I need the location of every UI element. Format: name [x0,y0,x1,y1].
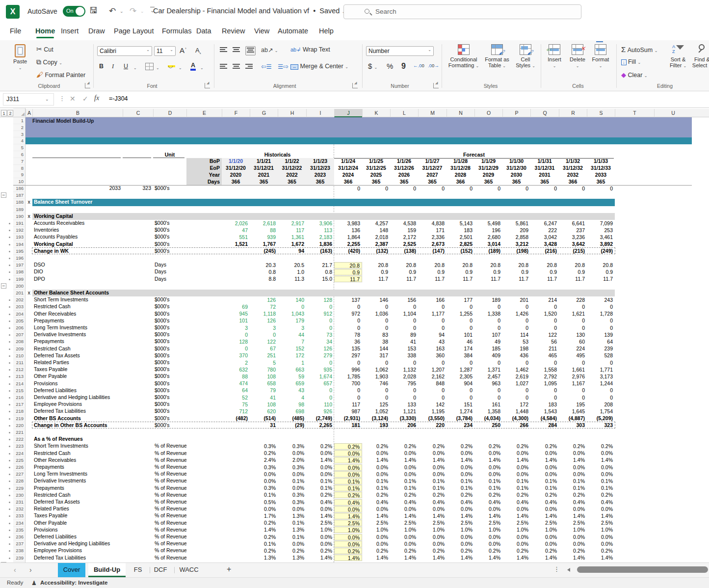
cell-R193[interactable]: 3,236 [559,234,587,241]
cell-F207[interactable]: 0 [222,332,250,339]
cell-G197[interactable]: 20.3 [250,262,278,269]
cell-I205[interactable]: 0 [306,318,334,324]
cell-L216[interactable]: 0 [390,395,418,401]
cell-O227[interactable]: 0.0% [474,471,502,478]
cell-H232[interactable]: 0.0% [278,506,306,513]
cell-O225[interactable]: 1.4% [474,457,502,463]
cell-B214[interactable]: Provisions [32,380,123,387]
cell-M204[interactable]: 1,177 [418,311,446,317]
number-dialog-launcher[interactable] [433,83,439,88]
decrease-decimal-button[interactable]: .00→ [428,63,439,68]
cell-K213[interactable]: 1,903 [362,374,390,380]
cell-N227[interactable]: 0.0% [446,471,474,478]
cell-N197[interactable]: 20.8 [446,262,474,268]
cell-H208[interactable]: 7 [278,339,306,346]
row-header-194[interactable]: 194 [13,241,26,248]
cell-H195[interactable]: 94 [278,248,306,255]
delete-cells-button[interactable]: ✕ Delete⌄ [566,44,589,68]
clear-button[interactable]: ◆ Clear ⌄ [621,71,648,79]
cell-L209[interactable]: 153 [390,346,418,352]
cell-J210[interactable]: 297 [334,352,362,359]
row-header-214[interactable]: 214 [13,380,26,387]
cell-Q194[interactable]: 3,428 [530,241,559,247]
cell-J9[interactable]: 2024 [334,172,362,179]
cell-H212[interactable]: 663 [278,367,306,374]
cell-I7[interactable]: 1/1/23 [306,158,334,165]
cell-N228[interactable]: 0.1% [446,478,474,484]
cell-I204[interactable]: 912 [306,311,334,318]
cell-L228[interactable]: 0.1% [390,478,418,484]
cell-D217[interactable]: $000's [153,401,186,408]
cell-B199[interactable]: DPO [32,276,123,283]
cell-G215[interactable]: 79 [250,387,278,394]
cell-S211[interactable]: 0 [587,360,615,366]
cell-L236[interactable]: 0.0% [390,534,418,540]
cell-J213[interactable]: 1,785 [334,374,362,380]
row-header-210[interactable]: 210 [13,352,26,359]
cell-H10[interactable]: 365 [278,179,306,186]
cell-I229[interactable]: 0.1% [306,485,334,492]
cell-R209[interactable]: 224 [559,346,587,352]
cell-N219[interactable]: (3,784) [446,415,474,422]
cell-G228[interactable]: 0.0% [250,478,278,485]
search-input[interactable]: Search [343,4,581,19]
cell-Q226[interactable]: 0.0% [530,464,559,471]
cell-M206[interactable]: 0 [418,325,446,331]
cell-P213[interactable]: 2,619 [502,374,530,380]
cell-Q10[interactable]: 365 [530,179,559,186]
cell-J238[interactable]: 0.2% [334,548,362,554]
cell-M214[interactable]: 848 [418,380,446,387]
cell-O220[interactable]: 250 [474,422,502,428]
cell-O232[interactable]: 0.0% [474,506,502,512]
cell-J204[interactable]: 972 [334,311,362,317]
cell-Q204[interactable]: 1,520 [530,311,559,317]
row-header-236[interactable]: 236 [13,534,26,540]
orientation-button[interactable]: ab↗ ⌄ [261,46,278,53]
cell-O207[interactable]: 107 [474,332,502,338]
cell-L213[interactable]: 2,028 [390,374,418,380]
cell-Q234[interactable]: 2.5% [530,520,559,526]
cell-S204[interactable]: 1,728 [587,311,615,317]
cell-G217[interactable]: 108 [250,401,278,408]
wrap-text-button[interactable]: ab↲ Wrap Text [290,46,330,53]
increase-decimal-button[interactable]: ←.00 [413,63,424,68]
cell-K195[interactable]: (132) [362,248,390,254]
cell-H199[interactable]: 11.3 [278,276,306,283]
cell-Q207[interactable]: 122 [530,332,559,338]
cell-J194[interactable]: 2,255 [334,241,362,247]
cell-G204[interactable]: 1,118 [250,311,278,318]
cell-F10[interactable]: 366 [222,179,250,186]
row-header-186[interactable]: 186 [13,185,26,192]
cell-B197[interactable]: DSO [32,262,123,268]
underline-dropdown-icon[interactable]: ⌄ [133,66,137,70]
cell-S192[interactable]: 253 [587,227,615,234]
cell-P236[interactable]: 0.0% [502,534,530,540]
cell-F209[interactable]: 0 [222,346,250,352]
row-header-206[interactable]: 206 [13,324,26,331]
cell-O230[interactable]: 0.2% [474,492,502,498]
cell-S218[interactable]: 1,754 [587,408,615,415]
cell-G193[interactable]: 939 [250,234,278,241]
cell-O219[interactable]: (4,034) [474,415,502,422]
cell-H9[interactable]: 2022 [278,172,306,179]
cell-M202[interactable]: 166 [418,297,446,303]
row-header-230[interactable]: 230 [13,492,26,499]
font-color-dropdown-icon[interactable]: ⌄ [200,66,204,70]
cell-L191[interactable]: 4,538 [390,220,418,227]
row-header-4[interactable]: 4 [13,137,26,144]
cell-G220[interactable]: 31 [250,422,278,429]
cell-G210[interactable]: 251 [250,352,278,359]
cell-O10[interactable]: 365 [474,179,502,186]
cell-S191[interactable]: 7,099 [587,220,615,227]
cell-O7[interactable]: 1/1/29 [474,158,502,165]
cell-L10[interactable]: 365 [390,179,418,186]
cell-J198[interactable]: 0.9 [334,269,362,275]
cell-F193[interactable]: 551 [222,234,250,241]
insert-cells-button[interactable]: ⇦ Insert⌄ [544,44,565,68]
cell-L7[interactable]: 1/1/26 [390,158,418,165]
cell-Q214[interactable]: 1,095 [530,380,559,387]
cell-G227[interactable]: 0.0% [250,471,278,478]
cell-Q218[interactable]: 1,543 [530,408,559,415]
cell-N198[interactable]: 0.9 [446,269,474,275]
cell-N7[interactable]: 1/1/28 [446,158,474,165]
